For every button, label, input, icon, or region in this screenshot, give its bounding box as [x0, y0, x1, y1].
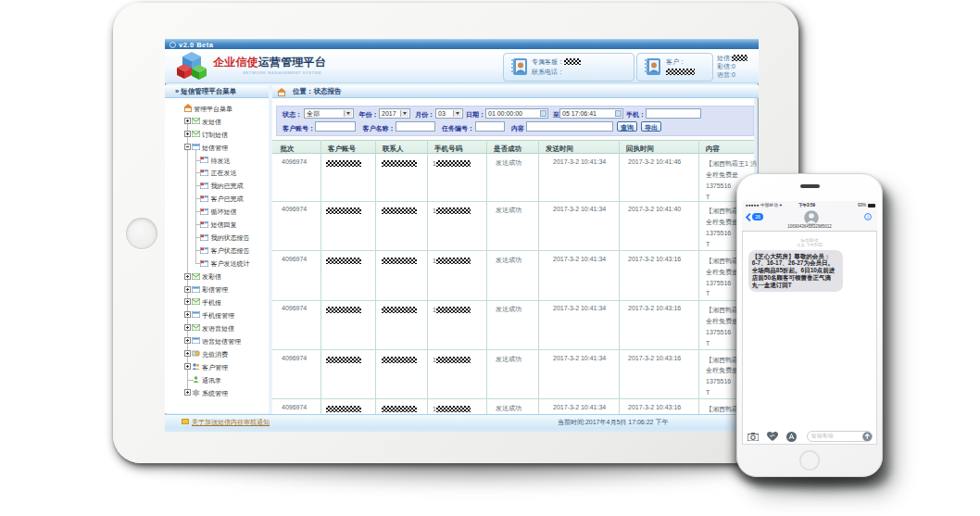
svg-text:i: i: [867, 214, 869, 220]
